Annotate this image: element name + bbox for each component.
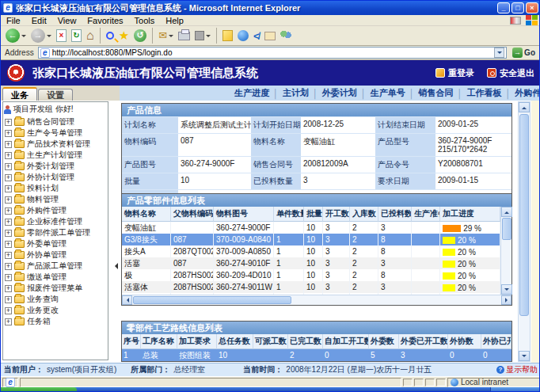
sidebar-item-business-change[interactable]: 业务更改 [3, 305, 108, 316]
tab-business[interactable]: 业务 [2, 87, 37, 101]
address-dropdown-button[interactable] [494, 48, 504, 58]
expand-icon[interactable] [5, 318, 12, 325]
title-bar[interactable]: e 张家口长城液压油缸有限公司管理信息系统 - Microsoft Intern… [1, 1, 540, 15]
sidebar-item-tech-docs[interactable]: 产品技术资料管理 [3, 139, 108, 150]
expand-icon[interactable] [5, 285, 12, 292]
sidebar-item-material-mgmt[interactable]: 物料管理 [3, 194, 108, 205]
menu-file[interactable]: File [1, 15, 26, 26]
col-header[interactable]: 外委数 [369, 334, 399, 349]
sidebar-item-product-dispatch[interactable]: 产品派工单管理 [3, 261, 108, 272]
col-header[interactable]: 父物料编码 [171, 207, 214, 222]
maximize-button[interactable]: □ [511, 2, 524, 13]
col-header[interactable]: 已完工数 [288, 334, 323, 349]
nav-production-order[interactable]: 生产单号 [371, 87, 405, 99]
back-button[interactable]: ← [4, 27, 28, 44]
sidebar-item-standard-parts[interactable]: 企业标准件管理 [3, 216, 108, 227]
sidebar-item-purchased-parts[interactable]: 外购件管理 [3, 205, 108, 216]
expand-icon[interactable] [5, 219, 12, 226]
sidebar-item-outsource-plan[interactable]: 外委计划管理 [3, 161, 108, 172]
nav-work-board[interactable]: 工作看板 [466, 87, 501, 99]
people-button[interactable] [279, 27, 293, 44]
col-header[interactable]: 外协数 [448, 334, 481, 349]
expand-icon[interactable] [5, 163, 12, 170]
nav-master-plan[interactable]: 主计划 [283, 87, 309, 99]
expand-icon[interactable] [5, 196, 12, 204]
table-row[interactable]: 活塞体2087HS002360-274-9011W110323 20 % [122, 281, 500, 293]
forward-button[interactable]: → [29, 27, 53, 44]
table-row[interactable]: 接头A2087QT002370-009-A0850110328 20 % [122, 245, 500, 257]
nav-sales-contract[interactable]: 销售合同 [419, 87, 454, 99]
msn-button[interactable]: ≮ [252, 27, 261, 44]
history-button[interactable]: ↺ [132, 27, 148, 44]
col-header[interactable]: 外协已开工数 [481, 334, 511, 349]
col-header[interactable]: 生产准备 [412, 207, 440, 222]
logout-button[interactable]: 安全退出 [487, 67, 534, 79]
table-row[interactable]: 变幅油缸360-274-9000F10323 29 % [122, 222, 500, 234]
page-vertical-scrollbar[interactable] [518, 101, 530, 362]
show-help-link[interactable]: ?显示帮助 [496, 364, 538, 375]
col-header[interactable]: 工序名称 [141, 334, 177, 349]
col-header[interactable]: 物料图号 [214, 207, 274, 222]
expand-icon[interactable] [5, 119, 12, 126]
expand-icon[interactable] [5, 296, 12, 303]
sidebar-item-coop-plan[interactable]: 外协计划管理 [3, 172, 108, 183]
expand-icon[interactable] [5, 252, 12, 259]
menu-view[interactable]: View [52, 15, 82, 26]
sidebar-item-outsource-order[interactable]: 外委单管理 [3, 238, 108, 249]
menu-help[interactable]: Help [160, 15, 189, 26]
sidebar-item-master-plan[interactable]: 主生产计划管理 [3, 150, 108, 161]
system-tray[interactable] [490, 387, 540, 392]
expand-icon[interactable] [5, 141, 12, 148]
favorites-button[interactable]: ★ [117, 27, 131, 44]
search-button[interactable] [105, 27, 116, 44]
addon-icon[interactable] [510, 17, 521, 25]
col-header[interactable]: 可派工数 [253, 334, 288, 349]
table-row-selected[interactable]: 1 总装 按图组装 10 2 0 5 3 0 0 [122, 349, 511, 361]
relogin-button[interactable]: 重登录 [435, 67, 474, 79]
table-row-selected[interactable]: G3/8接头087370-009-A0840110328 20 % [122, 234, 500, 245]
table-row[interactable]: 活塞087360-274-9010F110323 20 % [122, 257, 500, 269]
nav-outsource-plan[interactable]: 外委计划 [322, 87, 357, 99]
windows-taskbar[interactable] [1, 387, 540, 392]
expand-icon[interactable] [5, 130, 12, 137]
scrollbar-thumb[interactable] [519, 114, 529, 316]
expand-icon[interactable] [5, 230, 12, 237]
nav-production-progress[interactable]: 生产进度 [234, 87, 269, 99]
expand-icon[interactable] [5, 274, 12, 281]
sidebar-item-business-query[interactable]: 业务查询 [3, 294, 108, 305]
stop-button[interactable]: × [55, 27, 68, 44]
menu-favorites[interactable]: Favorites [82, 15, 128, 26]
col-header[interactable]: 入库数 [350, 207, 378, 222]
col-header[interactable]: 单件数量 [274, 207, 304, 222]
col-header[interactable]: 自加工开工数 [323, 334, 369, 349]
scrollbar-thumb[interactable] [133, 296, 291, 304]
sidebar-item-coop-order[interactable]: 外协单管理 [3, 249, 108, 261]
table-vertical-scrollbar[interactable] [500, 207, 511, 295]
scroll-up-button[interactable] [519, 102, 530, 112]
go-button[interactable]: →Go [509, 47, 538, 59]
scroll-up-button[interactable] [501, 207, 512, 217]
sidebar-item-task-box[interactable]: 任务箱 [3, 316, 108, 327]
start-button[interactable] [1, 387, 77, 392]
table-horizontal-scrollbar[interactable] [122, 295, 511, 305]
expand-icon[interactable] [5, 174, 12, 181]
back-dropdown-icon[interactable] [21, 35, 26, 40]
expand-icon[interactable] [5, 241, 12, 248]
col-header[interactable]: 序号 [122, 334, 141, 349]
edit-dropdown-icon[interactable] [206, 35, 211, 40]
sidebar-item-dispatch-order[interactable]: 零部件派工单管理 [3, 227, 108, 238]
notes-button[interactable] [221, 27, 234, 44]
refresh-button[interactable]: ↻ [70, 27, 83, 44]
mail-dropdown-icon[interactable] [169, 35, 173, 40]
sidebar-item-sales-contract[interactable]: 销售合同管理 [3, 116, 108, 127]
splitter-collapse-icon[interactable] [112, 263, 118, 269]
nav-purchased-stock[interactable]: 外购件库存 [515, 87, 540, 99]
minimize-button[interactable]: _ [497, 2, 510, 13]
mail-button[interactable]: ✉ [157, 27, 175, 44]
sidebar-item-order-number[interactable]: 生产令号单管理 [3, 127, 108, 139]
scroll-right-button[interactable] [501, 295, 511, 305]
expand-icon[interactable] [5, 207, 12, 215]
forward-dropdown-icon[interactable] [47, 35, 51, 40]
col-header[interactable]: 批量 [304, 207, 323, 222]
expand-icon[interactable] [5, 185, 12, 192]
